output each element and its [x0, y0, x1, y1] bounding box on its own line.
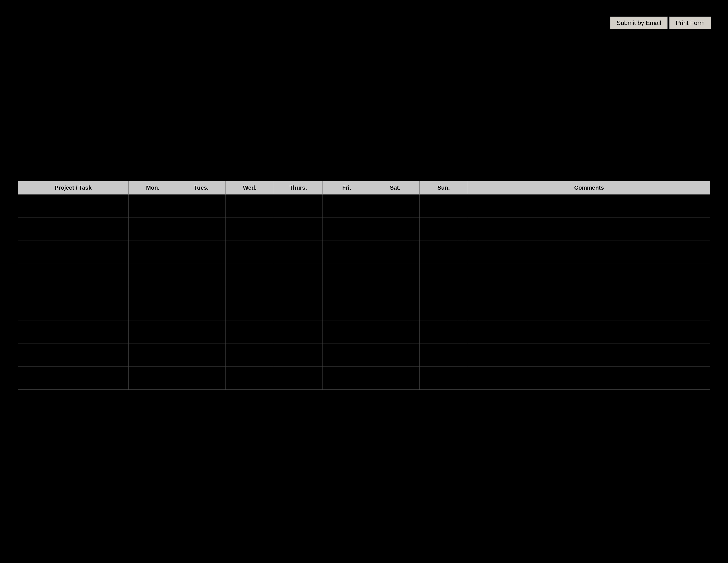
table-cell[interactable] — [419, 287, 468, 298]
cell-input[interactable] — [18, 321, 129, 332]
table-cell[interactable] — [225, 252, 274, 263]
table-cell[interactable] — [323, 378, 371, 390]
table-cell[interactable] — [468, 355, 710, 367]
table-cell[interactable] — [371, 309, 419, 321]
cell-input[interactable] — [323, 298, 371, 309]
table-cell[interactable] — [177, 240, 225, 252]
table-cell[interactable] — [323, 263, 371, 275]
table-cell[interactable] — [274, 332, 323, 344]
table-cell[interactable] — [274, 309, 323, 321]
table-cell[interactable] — [468, 287, 710, 298]
cell-input[interactable] — [177, 332, 225, 344]
table-cell[interactable] — [18, 378, 129, 390]
cell-input[interactable] — [226, 321, 274, 332]
table-cell[interactable] — [274, 298, 323, 309]
cell-input[interactable] — [274, 217, 322, 229]
table-cell[interactable] — [177, 355, 225, 367]
cell-input[interactable] — [129, 263, 177, 274]
cell-input[interactable] — [420, 275, 468, 286]
cell-input[interactable] — [420, 378, 468, 390]
table-cell[interactable] — [129, 240, 177, 252]
cell-input[interactable] — [323, 217, 371, 229]
cell-input[interactable] — [129, 275, 177, 286]
cell-input[interactable] — [226, 367, 274, 378]
table-cell[interactable] — [468, 217, 710, 229]
cell-input[interactable] — [468, 229, 710, 240]
cell-input[interactable] — [129, 287, 177, 298]
table-cell[interactable] — [468, 206, 710, 217]
table-cell[interactable] — [177, 252, 225, 263]
table-cell[interactable] — [129, 194, 177, 206]
table-cell[interactable] — [371, 378, 419, 390]
cell-input[interactable] — [18, 309, 129, 321]
cell-input[interactable] — [420, 355, 468, 367]
table-cell[interactable] — [371, 298, 419, 309]
table-cell[interactable] — [371, 355, 419, 367]
cell-input[interactable] — [18, 344, 129, 355]
table-cell[interactable] — [371, 263, 419, 275]
cell-input[interactable] — [274, 252, 322, 263]
cell-input[interactable] — [468, 194, 710, 206]
cell-input[interactable] — [226, 309, 274, 321]
cell-input[interactable] — [274, 309, 322, 321]
cell-input[interactable] — [177, 309, 225, 321]
cell-input[interactable] — [371, 275, 419, 286]
table-cell[interactable] — [225, 194, 274, 206]
table-cell[interactable] — [129, 298, 177, 309]
cell-input[interactable] — [177, 194, 225, 206]
cell-input[interactable] — [371, 355, 419, 367]
cell-input[interactable] — [468, 217, 710, 229]
table-cell[interactable] — [371, 229, 419, 240]
table-cell[interactable] — [468, 378, 710, 390]
table-cell[interactable] — [177, 206, 225, 217]
cell-input[interactable] — [323, 240, 371, 252]
table-cell[interactable] — [274, 229, 323, 240]
cell-input[interactable] — [129, 309, 177, 321]
table-cell[interactable] — [323, 275, 371, 287]
table-cell[interactable] — [129, 344, 177, 355]
table-cell[interactable] — [323, 252, 371, 263]
cell-input[interactable] — [129, 344, 177, 355]
cell-input[interactable] — [274, 378, 322, 390]
table-cell[interactable] — [274, 321, 323, 332]
table-cell[interactable] — [323, 229, 371, 240]
cell-input[interactable] — [323, 355, 371, 367]
table-cell[interactable] — [468, 194, 710, 206]
cell-input[interactable] — [420, 263, 468, 274]
table-cell[interactable] — [225, 367, 274, 378]
table-cell[interactable] — [177, 344, 225, 355]
table-cell[interactable] — [225, 298, 274, 309]
table-cell[interactable] — [18, 240, 129, 252]
table-cell[interactable] — [177, 309, 225, 321]
cell-input[interactable] — [420, 217, 468, 229]
cell-input[interactable] — [129, 298, 177, 309]
cell-input[interactable] — [177, 229, 225, 240]
table-cell[interactable] — [225, 217, 274, 229]
table-cell[interactable] — [225, 332, 274, 344]
cell-input[interactable] — [226, 240, 274, 252]
table-cell[interactable] — [274, 194, 323, 206]
table-cell[interactable] — [323, 355, 371, 367]
table-cell[interactable] — [129, 229, 177, 240]
cell-input[interactable] — [468, 275, 710, 286]
cell-input[interactable] — [323, 332, 371, 344]
table-cell[interactable] — [177, 217, 225, 229]
cell-input[interactable] — [420, 194, 468, 206]
table-cell[interactable] — [323, 194, 371, 206]
cell-input[interactable] — [468, 367, 710, 378]
cell-input[interactable] — [18, 206, 129, 217]
cell-input[interactable] — [226, 344, 274, 355]
cell-input[interactable] — [420, 298, 468, 309]
cell-input[interactable] — [18, 378, 129, 390]
cell-input[interactable] — [274, 275, 322, 286]
table-cell[interactable] — [419, 355, 468, 367]
table-cell[interactable] — [323, 309, 371, 321]
cell-input[interactable] — [420, 229, 468, 240]
table-cell[interactable] — [371, 275, 419, 287]
table-cell[interactable] — [129, 367, 177, 378]
cell-input[interactable] — [18, 229, 129, 240]
cell-input[interactable] — [18, 194, 129, 206]
table-cell[interactable] — [274, 252, 323, 263]
cell-input[interactable] — [420, 287, 468, 298]
cell-input[interactable] — [18, 287, 129, 298]
